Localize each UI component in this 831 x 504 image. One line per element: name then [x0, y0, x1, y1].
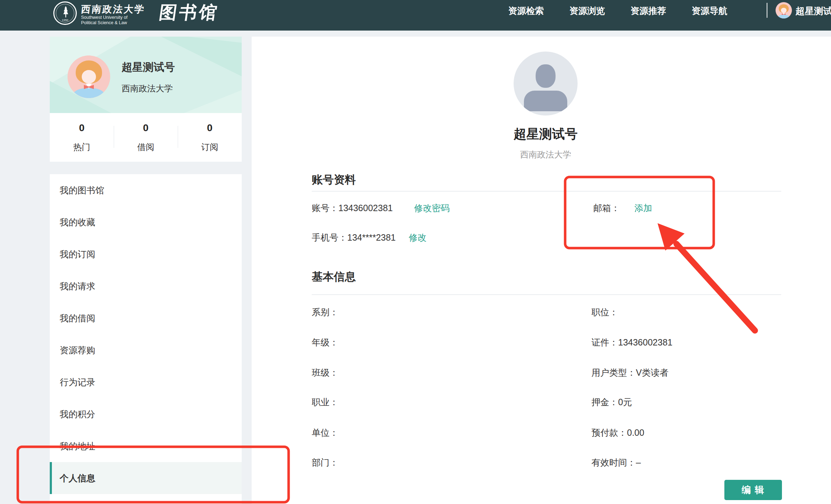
field-division: 部门： — [312, 456, 338, 469]
account-section-divider — [312, 191, 781, 192]
navbar-divider — [767, 3, 767, 18]
change-password-link-row: 修改密码 — [414, 202, 450, 214]
navbar-links: 资源检索 资源浏览 资源推荐 资源导航 — [508, 0, 727, 21]
sidebar-user-avatar-icon — [68, 55, 110, 98]
sidebar-item-my-requests[interactable]: 我的请求 — [50, 270, 242, 302]
sidebar-profile-card: 超星测试号 西南政法大学 — [50, 37, 242, 113]
navbar-user-avatar-icon — [776, 2, 792, 18]
sidebar-stats: 0 热门 0 借阅 0 订阅 — [50, 113, 242, 162]
change-phone-link[interactable]: 修改 — [409, 232, 427, 242]
account-number-label: 账号： — [312, 203, 338, 213]
stat-subscribe-label: 订阅 — [178, 141, 242, 153]
sidebar-item-my-library[interactable]: 我的图书馆 — [50, 174, 242, 206]
phone-value: 134****2381 — [347, 232, 396, 242]
navbar-user-name: 超星测试号 — [795, 5, 831, 17]
account-number-value: 13436002381 — [338, 203, 393, 213]
phone-row: 手机号：134****2381 — [312, 231, 396, 244]
field-user-type: 用户类型：V类读者 — [591, 366, 669, 379]
seal-emblem-icon — [62, 6, 69, 17]
phone-label: 手机号： — [312, 232, 347, 242]
sidebar-item-my-borrowing[interactable]: 我的借阅 — [50, 302, 242, 334]
nav-link-resource-navigation[interactable]: 资源导航 — [692, 5, 727, 17]
sidebar-user-name: 超星测试号 — [122, 60, 175, 75]
field-prepaid: 预付款：0.00 — [591, 426, 644, 439]
stat-hot-label: 热门 — [50, 141, 114, 153]
stat-hot[interactable]: 0 热门 — [50, 113, 114, 162]
university-seal-icon: 1950 — [53, 1, 77, 25]
top-navbar: 1950 西南政法大学 Southwest University of Poli… — [0, 0, 831, 31]
stat-borrow[interactable]: 0 借阅 — [114, 113, 178, 162]
stat-borrow-label: 借阅 — [114, 141, 178, 153]
email-add-link[interactable]: 添加 — [634, 203, 652, 213]
field-deposit: 押金：0元 — [591, 396, 632, 408]
sidebar-item-personal-info[interactable]: 个人信息 — [50, 462, 242, 494]
university-name-cn: 西南政法大学 — [80, 3, 146, 16]
sidebar-item-resource-purchase[interactable]: 资源荐购 — [50, 334, 242, 366]
university-name-en: Southwest University of Political Scienc… — [81, 15, 128, 26]
nav-link-resource-recommend[interactable]: 资源推荐 — [631, 5, 666, 17]
university-name-en-line1: Southwest University of — [81, 15, 128, 20]
field-work-unit: 单位： — [312, 426, 338, 439]
field-id-number: 证件：13436002381 — [591, 336, 672, 349]
stat-subscribe[interactable]: 0 订阅 — [178, 113, 242, 162]
field-valid-time: 有效时间：– — [591, 456, 641, 469]
stat-hot-value: 0 — [50, 122, 114, 134]
field-occupation: 职业： — [312, 396, 338, 408]
sidebar-item-my-favorites[interactable]: 我的收藏 — [50, 206, 242, 238]
sidebar-item-my-points[interactable]: 我的积分 — [50, 398, 242, 430]
stat-borrow-value: 0 — [114, 122, 178, 134]
account-section-title: 账号资料 — [312, 172, 356, 187]
nav-link-resource-search[interactable]: 资源检索 — [508, 5, 544, 17]
stat-subscribe-value: 0 — [178, 122, 242, 134]
email-label: 邮箱： — [593, 203, 620, 213]
library-account-page: 1950 西南政法大学 Southwest University of Poli… — [0, 0, 831, 504]
sidebar-item-my-address[interactable]: 我的地址 — [50, 430, 242, 462]
email-row: 邮箱： 添加 — [593, 202, 652, 214]
sidebar-menu: 我的图书馆 我的收藏 我的订阅 我的请求 我的借阅 资源荐购 行为记录 我的积分… — [50, 174, 242, 504]
nav-link-resource-browse[interactable]: 资源浏览 — [569, 5, 605, 17]
field-department-series: 系别： — [312, 306, 338, 318]
edit-button[interactable]: 编 辑 — [724, 480, 782, 500]
field-class: 班级： — [312, 366, 338, 379]
sidebar-item-my-subscriptions[interactable]: 我的订阅 — [50, 238, 242, 270]
account-number-row: 账号：13436002381 — [312, 202, 393, 214]
navbar-user-menu[interactable]: 超星测试号 — [776, 2, 792, 18]
field-grade: 年级： — [312, 336, 338, 349]
profile-avatar-placeholder-icon — [514, 52, 578, 116]
seal-year: 1950 — [54, 18, 76, 22]
field-position: 职位： — [591, 306, 618, 318]
profile-name: 超星测试号 — [475, 125, 617, 143]
university-name-en-line2: Political Science & Law — [81, 20, 128, 26]
profile-org: 西南政法大学 — [475, 149, 617, 160]
change-password-link[interactable]: 修改密码 — [414, 203, 450, 213]
change-phone-link-row: 修改 — [409, 231, 427, 244]
sidebar-user-org: 西南政法大学 — [122, 83, 173, 94]
library-name-cn: 图书馆 — [157, 1, 220, 25]
main-content: 超星测试号 西南政法大学 账号资料 账号：13436002381 修改密码 邮箱… — [252, 37, 831, 504]
basic-section-title: 基本信息 — [312, 269, 356, 284]
basic-section-divider — [312, 294, 781, 295]
sidebar-item-behavior-record[interactable]: 行为记录 — [50, 366, 242, 398]
